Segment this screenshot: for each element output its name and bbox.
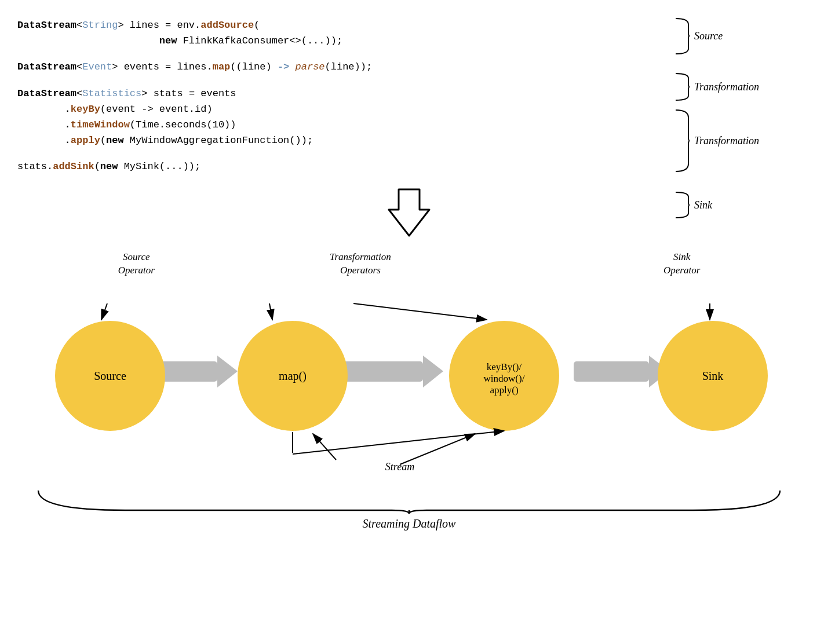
svg-marker-6 (423, 356, 443, 387)
transformation1-annotation: Transformation (673, 72, 759, 101)
transformation1-label: Transformation (694, 81, 759, 93)
source-operator-arrow (101, 303, 107, 320)
diagram-svg: Source map() keyBy()/ window()/ apply() … (17, 286, 805, 483)
sink-brace (673, 191, 690, 219)
source-brace (673, 17, 690, 55)
streaming-dataflow-brace (32, 486, 786, 515)
source-annotation: Source (673, 17, 723, 55)
stream-from-map-arrow (313, 434, 336, 460)
sink-node-label: Sink (702, 369, 724, 382)
svg-marker-0 (389, 189, 429, 236)
code-line-3: DataStream<Event> events = lines.map((li… (17, 59, 662, 75)
transformation1-brace (673, 72, 690, 101)
transformation2-label: Transformation (694, 135, 759, 147)
code-block: DataStream<String> lines = env.addSource… (17, 17, 673, 181)
transformation2-brace (673, 109, 690, 173)
transformation2-annotation: Transformation (673, 109, 759, 173)
main-container: DataStream<String> lines = env.addSource… (0, 0, 824, 644)
source-operator-label-container: SourceOperator (90, 250, 183, 278)
code-line-5: .keyBy(event -> event.id) (17, 101, 662, 117)
down-arrow-icon (386, 186, 432, 239)
map-node-label: map() (279, 369, 307, 383)
code-line-4: DataStream<Statistics> stats = events (17, 86, 662, 101)
svg-rect-7 (574, 361, 649, 382)
sink-label: Sink (694, 199, 712, 211)
source-node-label: Source (94, 369, 126, 382)
window-node-label-3: apply() (490, 385, 518, 396)
sink-operator-label-container: SinkOperator (636, 250, 728, 278)
source-label: Source (694, 30, 723, 42)
code-line-6: .timeWindow(Time.seconds(10)) (17, 117, 662, 133)
streaming-dataflow-label: Streaming Dataflow (363, 517, 456, 530)
transform-operator-arrow1 (269, 303, 272, 320)
code-line-8: stats.addSink(new MySink(...)); (17, 159, 662, 174)
transformation-operators-label-container: TransformationOperators (314, 250, 407, 278)
svg-marker-4 (217, 356, 238, 387)
window-node-label-1: keyBy()/ (487, 361, 522, 372)
transform-operator-arrow2 (353, 303, 487, 320)
svg-rect-5 (342, 361, 423, 382)
window-node-label-2: window()/ (484, 373, 525, 384)
annotations-col: Source Transformation Transformation (673, 17, 801, 181)
code-line-2: new FlinkKafkaConsumer<>(...)); (17, 33, 662, 49)
diagram-section: SourceOperator TransformationOperators S… (17, 250, 801, 531)
stream-label: Stream (385, 461, 414, 473)
transformation-operators-label: TransformationOperators (314, 250, 407, 278)
streaming-dataflow-label-container: Streaming Dataflow (363, 517, 456, 530)
diagram-labels-row: SourceOperator TransformationOperators S… (64, 250, 754, 278)
sink-annotation: Sink (673, 191, 712, 219)
code-line-1: DataStream<String> lines = env.addSource… (17, 17, 662, 33)
code-line-7: .apply(new MyWindowAggregationFunction()… (17, 133, 662, 148)
source-operator-label: SourceOperator (90, 250, 183, 278)
streaming-dataflow-section: Streaming Dataflow (17, 486, 801, 530)
sink-operator-label: SinkOperator (636, 250, 728, 278)
